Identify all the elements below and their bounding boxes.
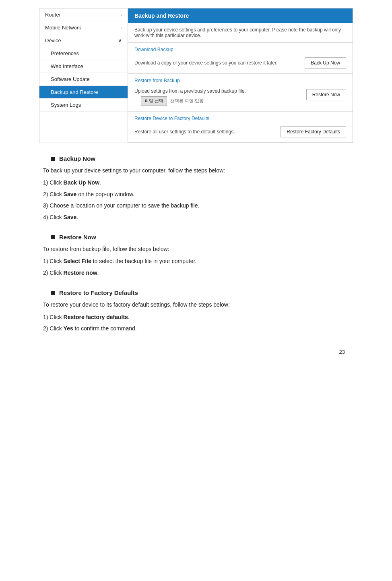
restore-step-1: 1) Click Select File to select the backu…: [43, 257, 349, 266]
sidebar-mobile-network-label: Mobile Network: [45, 25, 81, 31]
sidebar-item-backup-restore[interactable]: Backup and Restore: [39, 86, 128, 99]
chevron-right-icon: ›: [120, 12, 122, 17]
restore-factory-defaults-button[interactable]: Restore Factory Defaults: [281, 126, 346, 137]
factory-defaults-row: Restore all user settings to the default…: [128, 123, 353, 143]
sidebar-preferences-label: Preferences: [51, 50, 79, 56]
documentation-section: Backup Now To back up your device settin…: [39, 155, 353, 355]
panel-description: Back up your device settings and prefere…: [128, 23, 353, 43]
backup-now-heading: Backup Now: [59, 155, 95, 162]
restore-now-intro: To restore from backup file, follow the …: [43, 245, 349, 253]
chevron-right-icon: ›: [120, 25, 122, 30]
sidebar-router-label: Router: [45, 12, 61, 18]
section-factory-defaults-title: Restore Device to Factory Defaults: [128, 112, 353, 123]
back-up-now-button[interactable]: Back Up Now: [305, 57, 346, 68]
restore-now-heading: Restore Now: [59, 234, 96, 241]
bullet-icon-3: [51, 291, 55, 295]
sidebar-item-device[interactable]: Device ∨: [39, 34, 128, 47]
sidebar-item-system-logs[interactable]: System Logs: [39, 99, 128, 112]
factory-defaults-heading: Restore to Factory Defaults: [59, 289, 138, 296]
sidebar-system-logs-label: System Logs: [51, 102, 81, 108]
backup-step-2: 2) Click Save on the pop-up window.: [43, 190, 349, 199]
factory-step-2-bold: Yes: [64, 325, 73, 332]
restore-backup-desc: Upload settings from a previously saved …: [134, 88, 246, 94]
backup-step-1: 1) Click Back Up Now.: [43, 178, 349, 187]
download-backup-desc: Download a copy of your device settings …: [134, 60, 278, 66]
sidebar-item-preferences[interactable]: Preferences: [39, 47, 128, 60]
sidebar-web-interface-label: Web Interface: [51, 63, 83, 69]
chevron-down-icon: ∨: [118, 37, 122, 44]
backup-now-heading-row: Backup Now: [51, 155, 349, 162]
sidebar-backup-restore-label: Backup and Restore: [51, 89, 98, 95]
factory-step-1: 1) Click Restore factory defaults.: [43, 313, 349, 322]
factory-defaults-desc: Restore all user settings to the default…: [134, 129, 235, 135]
main-panel: Backup and Restore Back up your device s…: [128, 8, 353, 143]
sidebar-item-software-update[interactable]: Software Update: [39, 73, 128, 86]
ui-screenshot: Router › Mobile Network › Device ∨ Prefe…: [39, 8, 353, 143]
sidebar-item-mobile-network[interactable]: Mobile Network ›: [39, 21, 128, 34]
restore-backup-row: Upload settings from a previously saved …: [128, 85, 353, 111]
restore-now-heading-row: Restore Now: [51, 234, 349, 241]
factory-step-1-bold: Restore factory defaults: [64, 314, 128, 320]
backup-step-4: 4) Click Save.: [43, 213, 349, 222]
file-select-button[interactable]: 파일 선택: [141, 96, 167, 106]
restore-step-2-bold: Restore now: [64, 270, 97, 276]
sidebar-item-web-interface[interactable]: Web Interface: [39, 60, 128, 73]
section-restore-backup-title: Restore from Backup: [128, 74, 353, 85]
restore-step-1-bold: Select File: [64, 258, 91, 264]
backup-step-4-bold: Save: [64, 214, 77, 220]
restore-step-2: 2) Click Restore now.: [43, 268, 349, 277]
bullet-icon-2: [51, 235, 55, 239]
backup-step-3: 3) Choose a location on your computer to…: [43, 201, 349, 210]
sidebar-item-router[interactable]: Router ›: [39, 8, 128, 21]
factory-step-2: 2) Click Yes to confirm the command.: [43, 324, 349, 333]
panel-title: Backup and Restore: [128, 8, 353, 23]
sidebar: Router › Mobile Network › Device ∨ Prefe…: [39, 8, 128, 143]
factory-defaults-intro: To restore your device to its factory de…: [43, 300, 349, 309]
download-backup-row: Download a copy of your device settings …: [128, 54, 353, 74]
backup-step-2-bold: Save: [64, 191, 77, 197]
backup-now-intro: To back up your device settings to your …: [43, 166, 349, 175]
factory-defaults-heading-row: Restore to Factory Defaults: [51, 289, 349, 296]
section-download-backup-title: Download Backup: [128, 43, 353, 54]
bullet-icon: [51, 157, 55, 161]
file-label: 선택된 파일 없음: [170, 98, 204, 104]
sidebar-software-update-label: Software Update: [51, 76, 90, 82]
sidebar-device-label: Device: [45, 37, 61, 44]
file-select-row: 파일 선택 선택된 파일 없음: [134, 94, 246, 110]
backup-step-1-bold: Back Up Now: [64, 179, 99, 186]
restore-now-button[interactable]: Restore Now: [306, 89, 346, 100]
page-number: 23: [43, 349, 349, 355]
